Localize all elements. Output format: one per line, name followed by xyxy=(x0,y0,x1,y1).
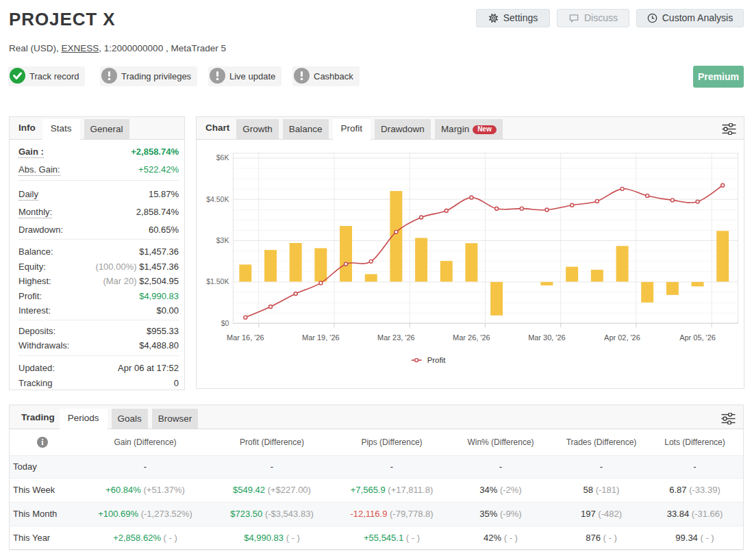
svg-text:$0: $0 xyxy=(221,320,229,327)
svg-text:Mar 23, '26: Mar 23, '26 xyxy=(377,333,415,342)
svg-text:Mar 30, '26: Mar 30, '26 xyxy=(528,333,566,342)
svg-text:Profit: Profit xyxy=(427,356,447,364)
svg-text:Mar 16, '26: Mar 16, '26 xyxy=(227,333,264,342)
svg-text:Mar 26, '26: Mar 26, '26 xyxy=(453,333,490,342)
svg-text:$4.50K: $4.50K xyxy=(206,196,229,203)
svg-text:Apr 05, '26: Apr 05, '26 xyxy=(679,333,716,342)
svg-text:Mar 19, '26: Mar 19, '26 xyxy=(302,333,340,342)
svg-text:$1.50K: $1.50K xyxy=(206,278,229,285)
svg-text:$3K: $3K xyxy=(216,237,229,244)
svg-text:Apr 02, '26: Apr 02, '26 xyxy=(604,333,640,342)
svg-text:$6K: $6K xyxy=(216,154,229,162)
